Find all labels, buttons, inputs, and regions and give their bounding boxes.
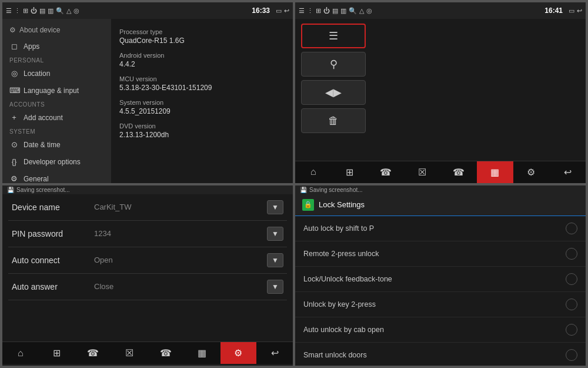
autoconnect-dropdown[interactable]: ▼ [267,253,283,267]
panel-app-menu: ☰ ⋮ ⊞ ⏻ ▤ ▥ 🔍 △ ◎ 16:41 ▭ ↩ ☰ ⚲ ◀▶ 🗑 [295,2,586,183]
clock: 16:33 [252,6,270,15]
bt-row-autoanswer: Auto answer Close ▼ [8,274,287,300]
app-menu-button-list: ☰ ⚲ ◀▶ 🗑 [295,19,586,161]
nav-grid2[interactable]: ⊞ [332,161,368,183]
power-icon2[interactable]: ⏻ [323,7,330,14]
android-label: Android version [119,52,285,59]
menu-icon[interactable]: ⋮ [14,7,21,15]
nav-apps3[interactable]: ▦ [184,342,220,364]
smart-unlock-toggle[interactable] [566,349,577,361]
return-icon2[interactable]: ↩ [577,7,582,15]
screenshot-text4: Saving screenshot... [309,187,363,193]
row-dvd: DVD version 2.13.13-1200dh [119,122,285,139]
app-menu-btn-list[interactable]: ☰ [301,24,366,48]
cab-open-label: Auto unlock by cab open [303,326,566,334]
system-value: 4.5.5_20151209 [119,107,285,115]
sidebar-item-add-account[interactable]: + Add account [2,109,111,126]
remote-unlock-label: Remote 2-press unlock [303,250,566,258]
nav-home3[interactable]: ⌂ [2,342,39,364]
nav-grid3[interactable]: ⊞ [39,342,75,364]
lock-row-feedback-tone[interactable]: Lock/Unlock feedback-tone [295,267,586,292]
sidebar-item-datetime[interactable]: ⊙ Date & time [2,136,111,153]
sidebar-item-apps[interactable]: ◻ Apps [2,38,111,55]
section-system: SYSTEM [2,126,111,136]
location-icon2[interactable]: ◎ [366,7,372,15]
lock-row-remote-unlock[interactable]: Remote 2-press unlock [295,241,586,267]
bottom-nav-2: ⌂ ⊞ ☎ ☒ ☎ ▦ ⚙ ↩ [295,161,586,183]
bluetooth-settings-rows: Device name CarKit_TW ▼ PIN password 123… [2,194,293,342]
panel-settings: ☰ ⋮ ⊞ ⏻ ▤ ▥ 🔍 △ ◎ 16:33 ▭ ↩ ⚙ About devi… [2,2,293,183]
sidebar-item-general[interactable]: ⚙ General [2,170,111,183]
save-icon3: 💾 [7,187,14,193]
sidebar-item-location[interactable]: ◎ Location [2,65,111,82]
battery-icon2: ▭ [569,7,574,15]
settings-sidebar: ⚙ About device ◻ Apps PERSONAL ◎ Locatio… [2,19,111,183]
power-icon[interactable]: ⏻ [31,7,37,14]
settings-header: ⚙ About device [2,22,111,38]
media-btn-icon: ◀▶ [325,86,342,99]
nav-contacts3[interactable]: ☒ [111,342,148,364]
return-icon[interactable]: ↩ [284,7,289,15]
search-icon[interactable]: 🔍 [56,7,64,15]
media-icon2[interactable]: ▤ [332,7,338,15]
cab-open-toggle[interactable] [566,324,577,336]
menu-icon2[interactable]: ⋮ [307,7,313,15]
panel-bluetooth: 💾 Saving screenshot... Device name CarKi… [2,185,293,366]
nav-back2[interactable]: ↩ [549,161,586,183]
nav-contacts2[interactable]: ☒ [404,161,440,183]
media-icon[interactable]: ▤ [39,7,45,15]
autolock-toggle[interactable] [566,223,577,234]
android-value: 4.4.2 [119,60,285,68]
nav-back3[interactable]: ↩ [256,342,293,364]
location-icon[interactable]: ◎ [74,7,79,15]
add-account-label: Add account [24,114,63,122]
lock-icon: 🔒 [302,199,314,211]
add-icon[interactable]: ⊞ [23,7,28,15]
trash-icon: 🗑 [328,115,339,127]
clock-icon: ⊙ [9,140,19,149]
bt-row-pin: PIN password 1234 ▼ [8,221,287,247]
app-menu-btn-media[interactable]: ◀▶ [301,80,366,105]
warning-icon[interactable]: △ [66,7,71,15]
screenshot-text3: Saving screenshot... [16,187,70,193]
nav-phone2[interactable]: ☎ [368,161,405,183]
dvd-value: 2.13.13-1200dh [119,131,285,139]
search-icon2[interactable]: 🔍 [349,7,357,15]
lock-row-cab-open[interactable]: Auto unlock by cab open [295,317,586,343]
key-unlock-toggle[interactable] [566,299,577,310]
nav-settings3[interactable]: ⚙ [220,342,257,364]
autoanswer-value: Close [94,282,267,291]
image-icon[interactable]: ▥ [48,7,54,15]
lock-row-smart-unlock[interactable]: Smart unlock doors [295,343,586,364]
pin-dropdown[interactable]: ▼ [267,227,283,241]
location-label: Location [24,69,50,78]
lock-settings-list: Auto lock by shift to P Remote 2-press u… [295,216,586,364]
device-name-dropdown[interactable]: ▼ [267,200,283,214]
lock-row-key-unlock[interactable]: Unlock by key 2-press [295,292,586,317]
nav-settings2[interactable]: ⚙ [513,161,550,183]
add-icon2[interactable]: ⊞ [316,7,321,15]
nav-call2[interactable]: ☎ [440,161,477,183]
autoanswer-dropdown[interactable]: ▼ [267,280,283,294]
nav-call3[interactable]: ☎ [148,342,184,364]
back-icon2[interactable]: ☰ [299,7,305,15]
settings-main-content: Processor type QuadCore-R15 1.6G Android… [111,19,293,183]
autolock-label: Auto lock by shift to P [303,224,566,233]
app-menu-btn-delete[interactable]: 🗑 [301,108,366,133]
nav-apps2[interactable]: ▦ [477,161,513,183]
lock-row-autolock[interactable]: Auto lock by shift to P [295,216,586,241]
sidebar-item-language[interactable]: ⌨ Language & input [2,82,111,99]
feedback-tone-toggle[interactable] [566,273,577,285]
app-menu-btn-search[interactable]: ⚲ [301,52,366,77]
remote-unlock-toggle[interactable] [566,248,577,260]
image-icon2[interactable]: ▥ [340,7,346,15]
bt-row-autoconnect: Auto connect Open ▼ [8,247,287,274]
warning-icon2[interactable]: △ [359,7,364,15]
keyboard-icon: ⌨ [9,86,19,95]
section-personal: PERSONAL [2,55,111,65]
nav-phone3[interactable]: ☎ [75,342,112,364]
sidebar-item-developer[interactable]: {} Developer options [2,153,111,170]
back-icon[interactable]: ☰ [6,7,12,15]
nav-home2[interactable]: ⌂ [295,161,332,183]
apps-label: Apps [24,42,39,51]
